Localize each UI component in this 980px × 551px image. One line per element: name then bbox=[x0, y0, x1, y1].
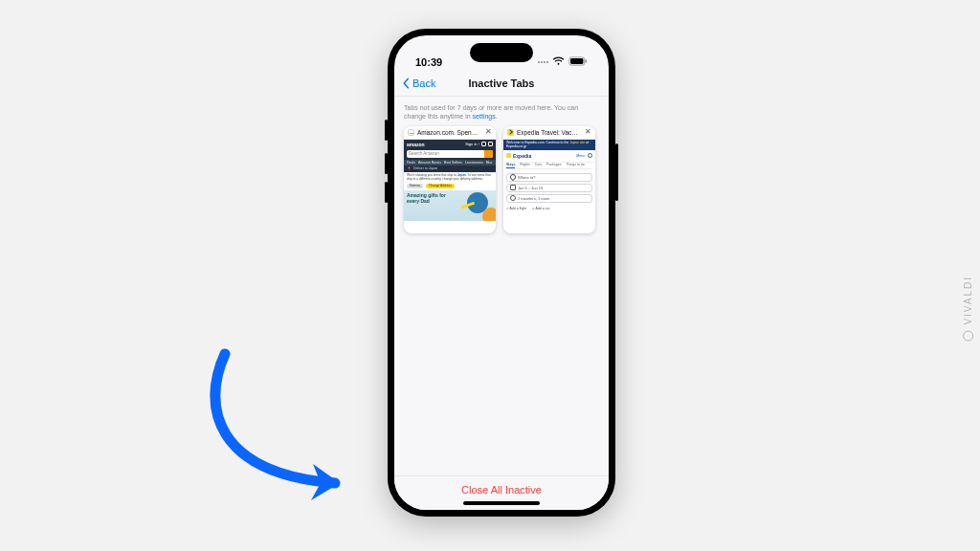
svg-rect-1 bbox=[570, 58, 583, 64]
settings-link[interactable]: settings bbox=[473, 113, 496, 120]
tab-thumbnail: amazon Sign in › Search Amazon Deals Ama… bbox=[404, 140, 496, 233]
tab-tile-header: Expedia Travel: Vac… ✕ bbox=[503, 126, 595, 140]
battery-icon bbox=[568, 56, 588, 68]
svg-rect-2 bbox=[586, 59, 587, 62]
close-tab-button[interactable]: ✕ bbox=[485, 128, 492, 136]
back-label: Back bbox=[412, 77, 435, 89]
tab-thumbnail: Welcome to Expedia.com. Continue to the … bbox=[503, 140, 595, 233]
favicon-expedia bbox=[507, 129, 514, 136]
phone-screen: 10:39 Back Inactive Tabs Tabs not used f… bbox=[394, 35, 609, 510]
home-indicator bbox=[463, 501, 540, 505]
status-time: 10:39 bbox=[415, 56, 442, 68]
tab-tile[interactable]: Amazon.com. Spen… ✕ amazon Sign in › Sea… bbox=[404, 126, 496, 233]
dynamic-island bbox=[470, 43, 533, 62]
tab-tile[interactable]: Expedia Travel: Vac… ✕ Welcome to Expedi… bbox=[503, 126, 595, 233]
tab-title: Expedia Travel: Vac… bbox=[517, 129, 582, 136]
favicon-amazon bbox=[408, 129, 414, 136]
annotation-arrow bbox=[196, 340, 368, 507]
inactive-tabs-grid: Amazon.com. Spen… ✕ amazon Sign in › Sea… bbox=[394, 126, 609, 233]
phone-frame: 10:39 Back Inactive Tabs Tabs not used f… bbox=[388, 29, 615, 517]
page-title: Inactive Tabs bbox=[469, 77, 535, 89]
amazon-logo: amazon bbox=[407, 142, 425, 147]
chevron-left-icon bbox=[400, 77, 412, 89]
nav-bar: Back Inactive Tabs bbox=[394, 70, 609, 97]
expedia-logo: Expedia bbox=[506, 153, 531, 159]
cellular-icon bbox=[538, 61, 548, 63]
vivaldi-watermark: VIVALDI bbox=[964, 276, 974, 342]
close-tab-button[interactable]: ✕ bbox=[585, 128, 591, 136]
info-text: Tabs not used for 7 days or more are mov… bbox=[394, 97, 609, 126]
tab-tile-header: Amazon.com. Spen… ✕ bbox=[404, 126, 496, 140]
wifi-icon bbox=[552, 56, 565, 68]
back-button[interactable]: Back bbox=[400, 77, 435, 89]
tab-title: Amazon.com. Spen… bbox=[417, 129, 482, 136]
close-all-inactive-button[interactable]: Close All Inactive bbox=[461, 484, 542, 496]
